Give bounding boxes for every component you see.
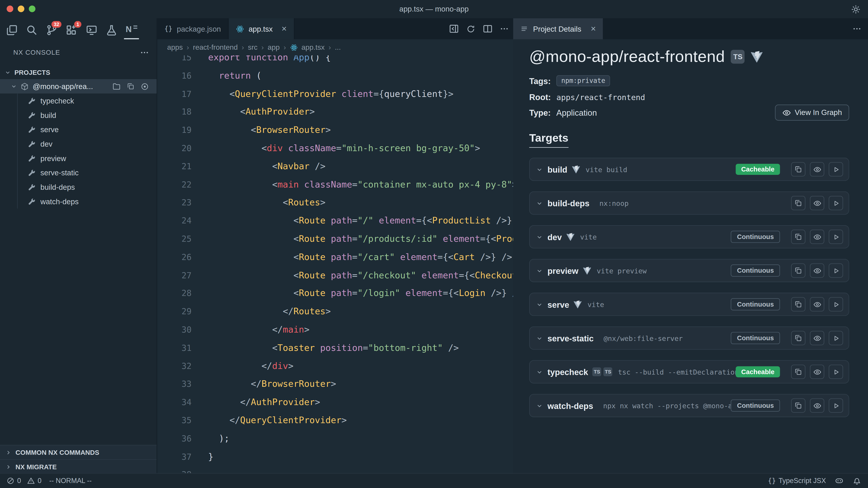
copy-icon-button[interactable] xyxy=(791,331,806,345)
code-line[interactable]: 15export function App() { xyxy=(157,55,513,67)
close-window-button[interactable] xyxy=(6,5,13,12)
copy-icon-button[interactable] xyxy=(791,365,806,379)
chevron-down-icon[interactable] xyxy=(536,335,542,341)
copy-icon-button[interactable] xyxy=(791,263,806,278)
more-actions-icon[interactable] xyxy=(500,24,508,33)
code-line[interactable]: 38 xyxy=(157,466,513,474)
projects-section-header[interactable]: PROJECTS xyxy=(0,66,157,79)
more-actions-icon[interactable] xyxy=(140,48,149,57)
breadcrumb-item[interactable]: react-frontend xyxy=(193,43,238,52)
eye-icon-button[interactable] xyxy=(810,263,825,278)
sidebar-target-item[interactable]: serve-static xyxy=(0,165,157,180)
view-in-graph-button[interactable]: View In Graph xyxy=(775,105,849,121)
folder-icon[interactable] xyxy=(112,82,121,91)
code-line[interactable]: 19 <BrowserRouter> xyxy=(157,121,513,139)
eye-icon-button[interactable] xyxy=(810,162,825,177)
testing-beaker-icon[interactable] xyxy=(104,21,119,39)
close-tab-icon[interactable]: × xyxy=(591,24,596,33)
tab-project-details[interactable]: Project Details × xyxy=(513,18,603,39)
copilot-icon[interactable] xyxy=(835,477,844,485)
target-icon[interactable] xyxy=(141,82,149,91)
breadcrumb-item[interactable]: app.tsx xyxy=(302,43,325,52)
copy-icon-button[interactable] xyxy=(791,297,806,312)
play-icon-button[interactable] xyxy=(829,398,843,413)
play-icon-button[interactable] xyxy=(829,263,843,278)
code-line[interactable]: 29 </Routes> xyxy=(157,303,513,321)
eye-icon-button[interactable] xyxy=(810,297,825,312)
play-icon-button[interactable] xyxy=(829,162,843,177)
copy-icon-button[interactable] xyxy=(791,196,806,210)
code-line[interactable]: 31 <Toaster position="bottom-right" /> xyxy=(157,339,513,357)
sidebar-target-item[interactable]: build xyxy=(0,108,157,123)
breadcrumb-item[interactable]: src xyxy=(248,43,257,52)
code-line[interactable]: 35 </QueryClientProvider> xyxy=(157,412,513,430)
vim-mode-indicator[interactable]: -- NORMAL -- xyxy=(49,477,92,485)
remote-explorer-icon[interactable] xyxy=(84,21,99,39)
play-icon-button[interactable] xyxy=(829,365,843,379)
open-changes-icon[interactable] xyxy=(449,24,459,34)
code-line[interactable]: 37} xyxy=(157,448,513,466)
code-line[interactable]: 18 <AuthProvider> xyxy=(157,103,513,121)
maximize-window-button[interactable] xyxy=(29,5,35,12)
copy-icon-button[interactable] xyxy=(791,162,806,177)
close-tab-icon[interactable]: × xyxy=(281,24,287,33)
copy-icon-button[interactable] xyxy=(791,398,806,413)
eye-icon-button[interactable] xyxy=(810,331,825,345)
code-line[interactable]: 26 <Route path="/cart" element={<Cart />… xyxy=(157,248,513,266)
project-tree-item[interactable]: @mono-app/rea... xyxy=(0,79,157,94)
code-line[interactable]: 27 <Route path="/checkout" element={<Che… xyxy=(157,266,513,285)
code-line[interactable]: 30 </main> xyxy=(157,321,513,339)
copy-icon[interactable] xyxy=(127,83,134,90)
breadcrumb-item[interactable]: app xyxy=(268,43,280,52)
breadcrumb-item[interactable]: ... xyxy=(335,43,341,52)
code-line[interactable]: 32 </div> xyxy=(157,357,513,375)
chevron-down-icon[interactable] xyxy=(536,200,542,206)
eye-icon-button[interactable] xyxy=(810,365,825,379)
tab-package-json[interactable]: {} package.json xyxy=(157,18,229,39)
settings-gear-icon[interactable] xyxy=(851,4,861,14)
eye-icon-button[interactable] xyxy=(810,398,825,413)
search-icon[interactable] xyxy=(24,21,39,39)
chevron-down-icon[interactable] xyxy=(536,234,542,240)
chevron-down-icon[interactable] xyxy=(536,402,542,409)
play-icon-button[interactable] xyxy=(829,196,843,210)
chevron-down-icon[interactable] xyxy=(536,369,542,375)
sidebar-target-item[interactable]: watch-deps xyxy=(0,194,157,209)
minimize-window-button[interactable] xyxy=(18,5,24,12)
more-actions-icon[interactable] xyxy=(852,18,861,39)
code-line[interactable]: 23 <Routes> xyxy=(157,194,513,212)
sidebar-target-item[interactable]: build-deps xyxy=(0,180,157,194)
notifications-bell-icon[interactable] xyxy=(852,477,861,485)
sidebar-target-item[interactable]: typecheck xyxy=(0,94,157,108)
chevron-down-icon[interactable] xyxy=(536,301,542,307)
code-line[interactable]: 25 <Route path="/products/:id" element={… xyxy=(157,230,513,248)
common-nx-commands-section[interactable]: COMMON NX COMMANDS xyxy=(0,445,157,459)
nx-migrate-section[interactable]: NX MIGRATE xyxy=(0,459,157,474)
code-line[interactable]: 20 <div className="min-h-screen bg-gray-… xyxy=(157,139,513,158)
problems-indicator[interactable]: 0 0 xyxy=(6,477,41,485)
eye-icon-button[interactable] xyxy=(810,230,825,244)
code-editor[interactable]: 15export function App() {16 return (17 <… xyxy=(157,55,513,474)
play-icon-button[interactable] xyxy=(829,331,843,345)
extensions-icon[interactable]: 1 xyxy=(64,21,79,39)
sidebar-target-item[interactable]: dev xyxy=(0,137,157,151)
code-line[interactable]: 16 return ( xyxy=(157,67,513,85)
play-icon-button[interactable] xyxy=(829,230,843,244)
chevron-down-icon[interactable] xyxy=(536,166,542,172)
code-line[interactable]: 22 <main className="container mx-auto px… xyxy=(157,176,513,194)
play-icon-button[interactable] xyxy=(829,297,843,312)
code-line[interactable]: 21 <Navbar /> xyxy=(157,158,513,175)
language-mode-indicator[interactable]: {} TypeScript JSX xyxy=(768,477,826,485)
code-line[interactable]: 36 ); xyxy=(157,430,513,448)
code-line[interactable]: 28 <Route path="/login" element={<Login … xyxy=(157,285,513,303)
source-control-icon[interactable]: 32 xyxy=(44,21,59,39)
eye-icon-button[interactable] xyxy=(810,196,825,210)
tab-app-tsx[interactable]: app.tsx × xyxy=(228,18,294,39)
split-editor-icon[interactable] xyxy=(483,24,493,34)
copy-icon-button[interactable] xyxy=(791,230,806,244)
code-line[interactable]: 33 </BrowserRouter> xyxy=(157,375,513,393)
refresh-icon[interactable] xyxy=(466,24,475,34)
code-line[interactable]: 24 <Route path="/" element={<ProductList… xyxy=(157,212,513,230)
sidebar-target-item[interactable]: serve xyxy=(0,122,157,137)
sidebar-target-item[interactable]: preview xyxy=(0,151,157,166)
